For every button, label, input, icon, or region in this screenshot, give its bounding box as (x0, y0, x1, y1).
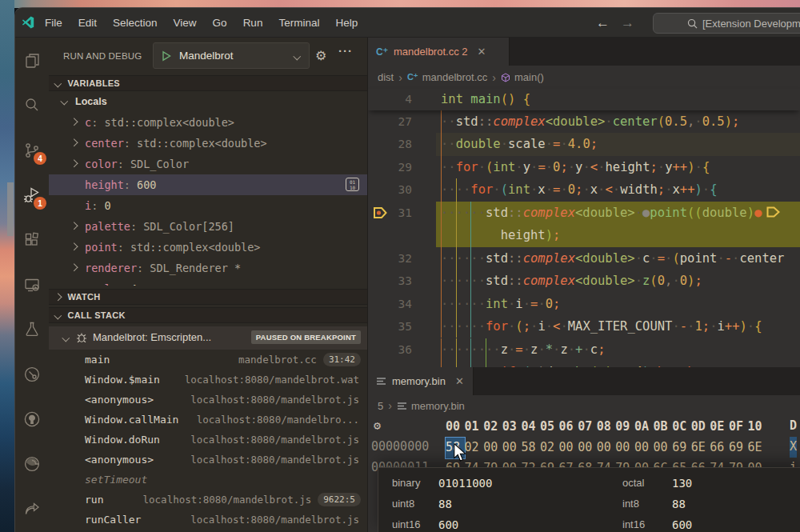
code-line-28[interactable]: 28··double·scale·=·4.0; (368, 133, 800, 155)
more-actions-icon[interactable]: ··· (338, 44, 353, 58)
activity-search[interactable] (15, 89, 49, 122)
hex-byte[interactable]: 69 (672, 438, 691, 458)
hex-row[interactable]: 00000000580200005802000000000000696E6669… (368, 437, 800, 458)
line-col-badge: 9622:5 (318, 493, 361, 506)
hex-byte[interactable]: 00 (597, 438, 616, 458)
chevron-down-icon (62, 334, 70, 342)
close-icon[interactable]: ✕ (455, 375, 464, 387)
scope-locals[interactable]: Locals (49, 91, 367, 112)
panel-title: RUN AND DEBUG (63, 51, 142, 61)
search-icon (687, 18, 698, 29)
hex-byte[interactable]: 00 (483, 438, 502, 458)
remote-explorer-icon (22, 275, 42, 294)
tab-label: memory.bin (392, 375, 446, 387)
sticky-scroll-line[interactable]: 4int main() { (368, 89, 800, 110)
activity-extensions[interactable] (15, 223, 49, 257)
variable-scale[interactable]: scale: 4 (49, 278, 367, 286)
code-line-32[interactable]: 32······std::complex<double>·c·=·(point·… (368, 247, 800, 270)
section-call-stack[interactable]: CALL STACK (49, 307, 367, 323)
menu-selection[interactable]: Selection (105, 17, 166, 29)
variable-height[interactable]: height: 6000110 (49, 174, 367, 195)
variable-center[interactable]: center: std::complex<double> (49, 133, 367, 154)
stack-frame[interactable]: <anonymous>localhost:8080/mandelbrot.js (49, 390, 367, 410)
launch-config-dropdown[interactable]: Mandelbrot (153, 42, 310, 69)
hex-breadcrumb[interactable]: 5 › memory.bin (368, 395, 800, 416)
code-line-36[interactable]: 36········z·=·z·*·z·+·c; (368, 338, 800, 361)
breadcrumb-root[interactable]: 5 (378, 400, 383, 412)
hex-byte[interactable]: 6E (691, 438, 710, 458)
stack-frame[interactable]: Window.callMainlocalhost:8080/mandelbro.… (49, 410, 367, 430)
menu-run[interactable]: Run (235, 17, 271, 29)
code-line-27[interactable]: 27··std::complex<double>·center(0.5,·0.5… (368, 110, 800, 133)
menu-edit[interactable]: Edit (70, 17, 105, 29)
hex-byte[interactable]: 00 (615, 438, 634, 458)
hex-byte[interactable]: 00 (654, 438, 673, 458)
breadcrumb[interactable]: dist › C⁺ mandelbrot.cc › main() (368, 66, 800, 89)
activity-run-and-debug[interactable]: 1 (15, 178, 49, 212)
code-line-35[interactable]: 35······for·(;·i·<·MAX_ITER_COUNT·-·1;·i… (368, 315, 800, 338)
activity-remote-explorer[interactable] (15, 268, 49, 302)
stack-frame[interactable]: mainmandelbrot.cc31:42 (49, 350, 367, 370)
code-line-wrap[interactable]: height); (368, 224, 800, 246)
code-line-33[interactable]: 33······std::complex<double>·z(0,·0); (368, 270, 800, 292)
debug-session-row[interactable]: Mandelbrot: Emscripten...PAUSED ON BREAK… (49, 326, 367, 350)
hex-byte[interactable]: 00 (578, 438, 597, 458)
variable-palette[interactable]: palette: SDL_Color[256] (49, 216, 367, 237)
nav-forward-icon[interactable]: → (621, 15, 634, 31)
hex-byte[interactable]: 69 (729, 438, 748, 458)
tab-mandelbrot[interactable]: C⁺ mandelbrot.cc 2 ✕ (368, 38, 510, 66)
hex-byte[interactable]: 00 (502, 438, 522, 458)
code-line-34[interactable]: 34······int·i·=·0; (368, 293, 800, 315)
breadcrumb-file[interactable]: memory.bin (411, 400, 465, 412)
stack-frame[interactable]: runCallerlocalhost:8080/mandelbrot.js (49, 510, 367, 530)
code-line-30[interactable]: 30····for·(int·x·=·0;·x·<·width;·x++)·{ (368, 178, 800, 201)
variable-point[interactable]: point: std::complex<double> (49, 237, 367, 258)
activity-testing[interactable] (15, 313, 49, 346)
section-watch[interactable]: WATCH (49, 289, 367, 305)
hex-settings-gear-icon[interactable]: ⚙ (374, 416, 381, 437)
chevron-right-icon: › (492, 71, 496, 84)
menu-help[interactable]: Help (327, 17, 366, 29)
breadcrumb-folder[interactable]: dist (378, 71, 394, 83)
hex-byte[interactable]: 6E (748, 438, 767, 458)
activity-live-share[interactable] (15, 492, 49, 526)
variable-color[interactable]: color: SDL_Color (49, 154, 367, 174)
code-line-37[interactable]: 37········if·(std::abs(z)·>·4)·break; (368, 361, 800, 367)
variable-renderer[interactable]: renderer: SDL_Renderer * (49, 258, 367, 278)
hex-byte[interactable]: 66 (710, 438, 729, 458)
variable-c[interactable]: c: std::complex<double> (49, 112, 367, 133)
hex-byte[interactable]: 02 (540, 438, 559, 458)
code-line-31[interactable]: 31······std::complex<double>·●point((dou… (368, 202, 800, 224)
stack-frame[interactable]: Window.$mainlocalhost:8080/mandelbrot.wa… (49, 370, 367, 390)
start-debug-icon[interactable] (161, 50, 172, 62)
debug-settings-gear-icon[interactable]: ⚙ (315, 48, 326, 63)
section-variables[interactable]: VARIABLES (49, 75, 367, 91)
activity-explorer[interactable] (15, 44, 49, 78)
hex-byte[interactable]: 00 (634, 438, 654, 458)
close-icon[interactable]: ✕ (478, 46, 486, 58)
stack-frame[interactable]: runlocalhost:8080/mandelbrot.js9622:5 (49, 490, 367, 510)
breadcrumb-file[interactable]: mandelbrot.cc (422, 71, 488, 83)
activity-edge-browser[interactable] (15, 447, 49, 481)
menu-file[interactable]: File (37, 17, 70, 29)
stack-frame[interactable]: Window.doRunlocalhost:8080/mandelbrot.js (49, 430, 367, 450)
tab-memory-bin[interactable]: memory.bin ✕ (368, 367, 474, 395)
activity-github[interactable] (15, 402, 49, 436)
menu-go[interactable]: Go (205, 17, 235, 29)
nav-back-icon[interactable]: ← (596, 15, 610, 31)
menu-view[interactable]: View (166, 17, 205, 29)
command-center-search[interactable]: [Extension Development Host] (653, 13, 800, 34)
breadcrumb-symbol[interactable]: main() (514, 71, 544, 83)
activity-source-control[interactable]: 4 (15, 134, 49, 167)
hex-byte[interactable]: 58 (521, 438, 540, 458)
view-binary-icon[interactable]: 0110 (346, 178, 359, 191)
github-icon (22, 410, 42, 429)
code-line-29[interactable]: 29··for·(int·y·=·0;·y·<·height;·y++)·{ (368, 156, 800, 178)
activity-profiler[interactable] (15, 358, 49, 391)
menu-terminal[interactable]: Terminal (270, 17, 327, 29)
code-area[interactable]: 4int main() {27··std::complex<double>·ce… (368, 89, 800, 367)
variable-i[interactable]: i: 0 (49, 195, 367, 216)
hex-byte[interactable]: 00 (559, 438, 578, 458)
stack-frame[interactable]: setTimeout (49, 470, 367, 490)
stack-frame[interactable]: <anonymous>localhost:8080/mandelbrot.js (49, 450, 367, 470)
